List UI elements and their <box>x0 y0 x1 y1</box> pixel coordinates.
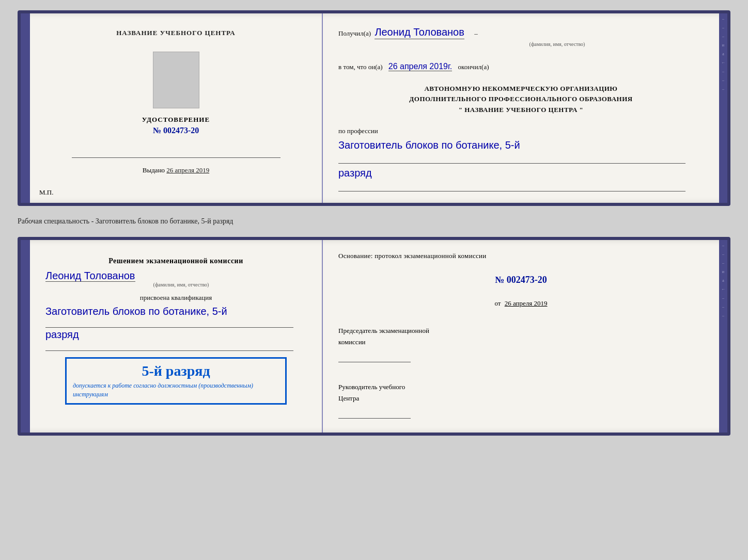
ot-date: 26 апреля 2019 <box>505 299 548 307</box>
vydano-label: Выдано <box>143 166 165 174</box>
poluchil-row: Получил(а) Леонид Толованов – (фамилия, … <box>338 24 704 49</box>
osnovanie-row: Основание: протокол экзаменационной коми… <box>338 250 704 262</box>
fio-label-1: (фамилия, имя, отчество) <box>411 40 704 49</box>
vtom-label: в том, что он(а) <box>338 63 383 71</box>
card1-right-panel: Получил(а) Леонид Толованов – (фамилия, … <box>323 13 719 203</box>
from-date-block: от 26 апреля 2019 <box>338 298 704 312</box>
razryad-underline <box>338 182 685 191</box>
stamp-block: 5-й разряд допускается к работе согласно… <box>65 357 287 405</box>
dopuskaetsya-label: допускается к <box>73 382 111 389</box>
rukovoditel-line1: Руководитель учебного <box>338 381 704 393</box>
po-professii-row: по профессии Заготовитель блоков по бота… <box>338 126 704 193</box>
certificate-card-2: Решением экзаменационной комиссии Леонид… <box>18 237 730 436</box>
vtom-row: в том, что он(а) 26 апреля 2019г. окончи… <box>338 60 704 73</box>
photo-placeholder <box>153 52 199 108</box>
mp-label: М.П. <box>39 188 53 197</box>
predsedatel-line2: комиссии <box>338 337 704 348</box>
person-name: Леонид Толованов <box>45 270 135 282</box>
razryad-text-1: разряд <box>338 167 372 179</box>
from-date: от 26 апреля 2019 <box>338 298 704 309</box>
profession-underline <box>338 154 685 164</box>
poluchil-label: Получил(а) <box>338 29 371 37</box>
separator-label: Рабочая специальность - Заготовитель бло… <box>18 214 730 229</box>
commission-title-text: Решением экзаменационной комиссии <box>108 257 243 265</box>
vydano-date: 26 апреля 2019 <box>166 166 209 174</box>
vtom-date: 26 апреля 2019г. <box>388 62 452 71</box>
fio-label-2: (фамилия, имя, отчество) <box>56 282 306 287</box>
qual-underline <box>45 318 293 328</box>
udost-number: № 002473-20 <box>153 126 199 135</box>
prisvoena-label: присвоена квалификация <box>140 293 212 303</box>
stamp-grade: 5-й разряд <box>73 363 279 379</box>
profession-text: Заготовитель блоков по ботанике, 5-й <box>338 139 520 151</box>
rukovoditel-line2: Центра <box>338 393 704 404</box>
certificate-card-1: НАЗВАНИЕ УЧЕБНОГО ЦЕНТРА УДОСТОВЕРЕНИЕ №… <box>18 10 730 206</box>
commission-title: Решением экзаменационной комиссии <box>108 255 243 267</box>
doc-spine-right-2: – – – и а ← – – – <box>719 240 727 433</box>
okonchil-label: окончил(а) <box>458 63 489 71</box>
razryad-underline-2 <box>45 342 293 351</box>
rukovoditel-block: Руководитель учебного Центра <box>338 381 704 422</box>
udost-label: УДОСТОВЕРЕНИЕ <box>142 116 210 124</box>
ot-label: от <box>494 299 501 307</box>
signature-line-1 <box>72 149 280 158</box>
stamp-permission: допускается к работе согласно должностны… <box>73 381 279 399</box>
person-block: Леонид Толованов (фамилия, имя, отчество… <box>45 270 306 287</box>
doc-spine-left <box>21 13 30 203</box>
doc-spine-left-2 <box>21 240 30 433</box>
org-row: АВТОНОМНУЮ НЕКОММЕРЧЕСКУЮ ОРГАНИЗАЦИЮ ДО… <box>338 84 704 116</box>
org-name: " НАЗВАНИЕ УЧЕБНОГО ЦЕНТРА " <box>338 105 704 116</box>
po-professii-label: по профессии <box>338 127 378 135</box>
vydano-line: Выдано 26 апреля 2019 <box>143 166 209 174</box>
training-center-title: НАЗВАНИЕ УЧЕБНОГО ЦЕНТРА <box>116 29 236 37</box>
qualification-text: Заготовитель блоков по ботанике, 5-й <box>45 306 227 317</box>
poluchil-name: Леонид Толованов <box>375 26 464 39</box>
osnovanie-label: Основание: протокол экзаменационной коми… <box>338 252 487 260</box>
org-line2: ДОПОЛНИТЕЛЬНОГО ПРОФЕССИОНАЛЬНОГО ОБРАЗО… <box>338 94 704 105</box>
predsedatel-line1: Председатель экзаменационной <box>338 325 704 337</box>
rukovoditel-signature <box>338 406 411 419</box>
protocol-num-block: № 002473-20 <box>338 269 704 291</box>
org-line1: АВТОНОМНУЮ НЕКОММЕРЧЕСКУЮ ОРГАНИЗАЦИЮ <box>338 84 704 94</box>
protocol-number: № 002473-20 <box>338 272 704 288</box>
card1-left-panel: НАЗВАНИЕ УЧЕБНОГО ЦЕНТРА УДОСТОВЕРЕНИЕ №… <box>30 13 323 203</box>
predsedatel-signature <box>338 350 411 362</box>
doc-spine-right: – – – и а ← – – – <box>719 13 727 203</box>
card2-right-panel: Основание: протокол экзаменационной коми… <box>323 240 719 433</box>
card2-left-panel: Решением экзаменационной комиссии Леонид… <box>30 240 323 433</box>
qualification-block: Заготовитель блоков по ботанике, 5-й раз… <box>45 306 306 352</box>
razryad-text-2: разряд <box>45 329 79 340</box>
predsedatel-block: Председатель экзаменационной комиссии <box>338 325 704 366</box>
